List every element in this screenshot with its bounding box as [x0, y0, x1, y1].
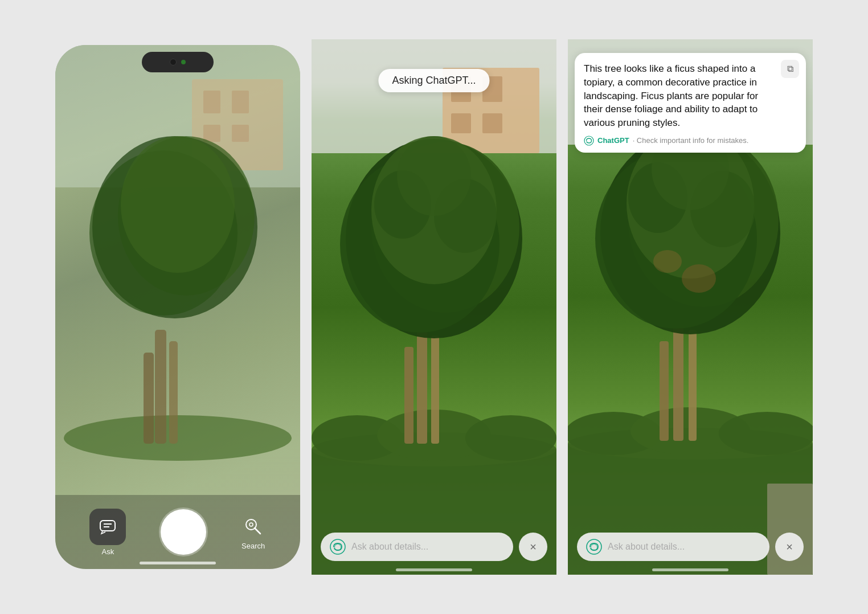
- ask-button[interactable]: Ask: [89, 509, 126, 556]
- tree-visual-2: [312, 39, 556, 575]
- asking-chatgpt-bubble: Asking ChatGPT...: [378, 69, 489, 92]
- ask-input-field-3[interactable]: Ask about details...: [577, 533, 769, 561]
- svg-point-40: [397, 136, 471, 216]
- svg-rect-5: [232, 125, 249, 142]
- copy-icon: ⧉: [787, 64, 793, 74]
- svg-rect-9: [144, 353, 154, 444]
- svg-rect-7: [155, 330, 166, 444]
- tree-visual-1: [55, 45, 300, 569]
- home-indicator-2: [396, 568, 472, 571]
- front-camera: [170, 59, 177, 66]
- svg-point-63: [682, 264, 716, 293]
- svg-point-64: [653, 250, 682, 273]
- copy-button[interactable]: ⧉: [781, 60, 799, 78]
- svg-rect-2: [203, 91, 220, 113]
- svg-point-52: [719, 412, 813, 455]
- svg-rect-14: [100, 521, 115, 531]
- response-disclaimer: · Check important info for mistakes.: [633, 136, 749, 145]
- svg-rect-55: [660, 341, 669, 441]
- svg-line-18: [255, 528, 260, 534]
- phone-3: ⧉ This tree looks like a ficus shaped in…: [568, 39, 813, 575]
- chat-icon: [99, 518, 116, 535]
- camera-controls: Ask Search: [55, 495, 300, 569]
- phone-2: Asking ChatGPT... Ask about details... ×: [312, 39, 556, 575]
- svg-rect-8: [169, 341, 178, 444]
- response-footer: ChatGPT · Check important info for mista…: [584, 136, 797, 146]
- phone-1: Ask Search: [55, 45, 300, 569]
- svg-rect-31: [417, 324, 427, 444]
- response-text: This tree looks like a ficus shaped into…: [584, 62, 797, 130]
- home-indicator-3: [652, 568, 728, 571]
- ask-input-field[interactable]: Ask about details...: [321, 533, 513, 561]
- ask-icon-box[interactable]: [89, 509, 126, 545]
- search-button[interactable]: Search: [241, 514, 266, 550]
- svg-point-19: [249, 523, 253, 526]
- chatgpt-logo-icon-3: [586, 539, 602, 555]
- phone-notch-1: [142, 52, 214, 72]
- search-icon-box[interactable]: [241, 514, 266, 539]
- svg-rect-54: [689, 330, 697, 441]
- svg-point-66: [584, 136, 593, 145]
- ask-label: Ask: [101, 547, 114, 556]
- close-button-2[interactable]: ×: [519, 533, 547, 561]
- visual-search-icon: [243, 517, 264, 537]
- svg-point-41: [330, 539, 345, 554]
- close-icon-2: ×: [530, 541, 537, 554]
- home-indicator-1: [140, 562, 216, 564]
- svg-rect-24: [451, 113, 471, 133]
- asking-text: Asking ChatGPT...: [392, 75, 476, 86]
- search-label: Search: [241, 542, 265, 550]
- app-container: Ask Search: [0, 0, 868, 614]
- svg-rect-33: [404, 347, 413, 444]
- svg-rect-32: [431, 335, 439, 444]
- phone-3-bottom-bar: Ask about details... ×: [577, 533, 804, 561]
- chatgpt-logo-icon: [330, 539, 346, 555]
- ask-placeholder-2: Ask about details...: [351, 542, 428, 552]
- svg-rect-4: [203, 125, 220, 142]
- chatgpt-label: ChatGPT: [597, 136, 629, 145]
- svg-point-30: [465, 415, 556, 461]
- svg-rect-65: [767, 484, 813, 575]
- close-button-3[interactable]: ×: [775, 533, 804, 561]
- chatgpt-response-card: ⧉ This tree looks like a ficus shaped in…: [575, 53, 806, 153]
- svg-point-67: [587, 539, 601, 554]
- notch-indicator: [181, 60, 186, 64]
- shutter-button[interactable]: [161, 509, 206, 555]
- phone-2-bottom-bar: Ask about details... ×: [321, 533, 547, 561]
- svg-rect-3: [232, 91, 249, 113]
- svg-point-13: [121, 136, 235, 273]
- close-icon-3: ×: [786, 541, 793, 554]
- chatgpt-footer-icon: [584, 136, 594, 146]
- svg-rect-53: [673, 318, 683, 441]
- svg-rect-25: [482, 113, 502, 133]
- ask-placeholder-3: Ask about details...: [608, 542, 685, 552]
